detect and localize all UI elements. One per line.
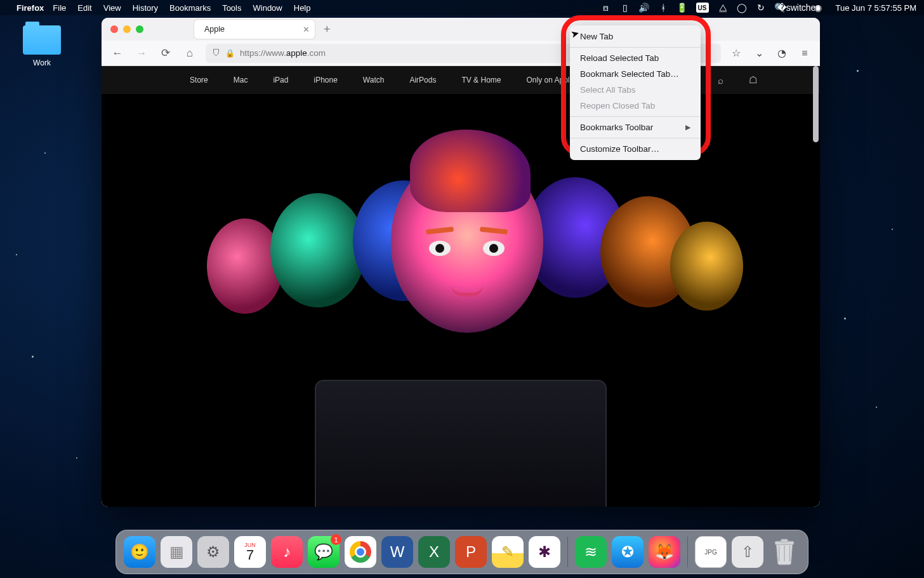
dock-app-notes[interactable]: ✎ [492, 536, 524, 568]
dock-app-finder[interactable]: 🙂 [124, 536, 155, 568]
cm-bookmarks-toolbar[interactable]: Bookmarks Toolbar▶ [570, 119, 701, 135]
page-scrollbar[interactable] [813, 66, 819, 142]
dock-app-firefox[interactable]: 🦊 [649, 536, 680, 568]
pocket-icon[interactable]: ⌄ [751, 47, 767, 59]
folder-icon [23, 25, 61, 55]
dock-app-utility[interactable]: ⇧ [732, 536, 763, 568]
cm-bookmark-tab[interactable]: Bookmark Selected Tab… [570, 66, 701, 82]
dock-app-chrome[interactable] [345, 536, 376, 568]
dock-separator [567, 537, 568, 567]
dock-app-messages[interactable]: 💬1 [308, 536, 340, 568]
url-host: apple [286, 48, 307, 58]
apple-global-nav: Store Mac iPad iPhone Watch AirPods TV &… [102, 66, 820, 94]
tabstrip-context-menu: New Tab Reload Selected Tab Bookmark Sel… [570, 25, 701, 160]
menu-history[interactable]: History [133, 3, 158, 13]
dock-app-excel[interactable]: X [418, 536, 450, 568]
device-tray-icon[interactable]: ▯ [620, 3, 630, 13]
menu-tools[interactable]: Tools [222, 3, 241, 13]
nav-search-icon[interactable]: ⌕ [718, 75, 723, 86]
cm-separator [570, 116, 701, 117]
cm-reopen-closed-tab: Reopen Closed Tab [570, 98, 701, 114]
bookmark-star-icon[interactable]: ☆ [729, 47, 744, 59]
cm-separator [570, 138, 701, 138]
desktop-folder-work[interactable]: Work [18, 25, 66, 67]
nav-airpods[interactable]: AirPods [409, 76, 436, 84]
dock-app-calendar[interactable]: JUN7 [234, 536, 266, 568]
app-menu-button[interactable]: ≡ [797, 48, 812, 59]
volume-tray-icon[interactable]: 🔊 [639, 3, 649, 13]
nav-bag-icon[interactable]: ☖ [749, 74, 757, 86]
messages-badge: 1 [331, 534, 341, 545]
browser-tab-apple[interactable]: Apple ✕ [194, 20, 315, 39]
cm-select-all-tabs: Select All Tabs [570, 82, 701, 98]
dock-app-music[interactable]: ♪ [271, 536, 303, 568]
nav-store[interactable]: Store [190, 76, 208, 84]
dock-app-settings[interactable]: ⚙ [197, 536, 229, 568]
home-button[interactable]: ⌂ [182, 47, 198, 60]
menu-file[interactable]: File [53, 3, 66, 13]
new-tab-button[interactable]: + [324, 23, 331, 36]
menu-window[interactable]: Window [253, 3, 282, 13]
battery-tray-icon[interactable]: 🔋 [677, 3, 687, 13]
browser-toolbar: ← → ⟳ ⌂ ⛉ 🔒 https://www.apple.com ☆ ⌄ ◔ … [102, 41, 820, 66]
page-content: Store Mac iPad iPhone Watch AirPods TV &… [102, 66, 820, 507]
nav-tv-home[interactable]: TV & Home [461, 76, 501, 84]
dock-recent-document[interactable]: JPG [695, 536, 727, 568]
tracking-shield-icon[interactable]: ⛉ [212, 48, 220, 58]
window-traffic-lights [110, 25, 143, 33]
window-minimize-button[interactable] [123, 25, 131, 33]
url-scheme: https://www. [240, 48, 286, 58]
firefox-window: Apple ✕ + ← → ⟳ ⌂ ⛉ 🔒 https://www.apple.… [102, 18, 820, 507]
forward-button[interactable]: → [133, 47, 150, 60]
dock-app-slack[interactable]: ✱ [529, 536, 560, 568]
account-icon[interactable]: ◔ [774, 47, 789, 59]
cm-reload-tab[interactable]: Reload Selected Tab [570, 50, 701, 66]
reload-button[interactable]: ⟳ [157, 46, 174, 60]
cm-new-tab[interactable]: New Tab [570, 29, 701, 44]
nav-watch[interactable]: Watch [363, 76, 385, 84]
menu-bar-tray: ⧈ ▯ 🔊 ᚼ 🔋 US ⧋ ◯ ↻ 🔍 �switches ◉ Tue Jun… [601, 3, 916, 13]
input-source-tray-icon[interactable]: US [696, 3, 709, 13]
trash-icon [771, 539, 798, 565]
url-tld: .com [307, 48, 326, 58]
nav-only-on-apple[interactable]: Only on Apple [526, 76, 574, 84]
macos-dock: 🙂 ▦ ⚙ JUN7 ♪ 💬1 W X P ✎ ✱ ≋ ✪ 🦊 JPG ⇧ [116, 530, 808, 574]
dock-app-powerpoint[interactable]: P [455, 536, 487, 568]
hero-memoji-image [201, 142, 721, 384]
nav-ipad[interactable]: iPad [273, 76, 288, 84]
window-close-button[interactable] [110, 25, 118, 33]
active-app-name[interactable]: Firefox [16, 3, 44, 13]
tab-title: Apple [204, 25, 225, 34]
cm-customize-toolbar[interactable]: Customize Toolbar… [570, 141, 701, 157]
desktop-folder-label: Work [18, 58, 66, 67]
user-tray-icon[interactable]: ◯ [737, 3, 747, 13]
dock-app-safari[interactable]: ✪ [612, 536, 644, 568]
dock-app-word[interactable]: W [381, 536, 413, 568]
menu-bookmarks[interactable]: Bookmarks [169, 3, 211, 13]
svg-rect-1 [781, 539, 788, 542]
menu-help[interactable]: Help [294, 3, 311, 13]
lock-icon[interactable]: 🔒 [225, 49, 235, 58]
menu-view[interactable]: View [103, 3, 121, 13]
dock-separator [687, 537, 688, 567]
wifi-tray-icon[interactable]: ⧋ [718, 3, 728, 13]
hero-laptop-image [315, 380, 607, 507]
back-button[interactable]: ← [109, 47, 126, 60]
menu-bar-clock[interactable]: Tue Jun 7 5:57:55 PM [836, 3, 916, 13]
menu-edit[interactable]: Edit [77, 3, 91, 13]
window-fullscreen-button[interactable] [136, 25, 143, 33]
tab-strip[interactable]: Apple ✕ + [102, 18, 820, 41]
dock-app-launchpad[interactable]: ▦ [161, 536, 192, 568]
control-center-tray-icon[interactable]: �switches [794, 3, 804, 13]
nav-iphone[interactable]: iPhone [314, 76, 337, 84]
nav-mac[interactable]: Mac [234, 76, 248, 84]
bluetooth-tray-icon[interactable]: ᚼ [658, 3, 668, 13]
siri-tray-icon[interactable]: ◉ [813, 3, 823, 13]
macos-menu-bar: Firefox File Edit View History Bookmarks… [0, 0, 924, 15]
tab-close-icon[interactable]: ✕ [303, 25, 310, 34]
timemachine-tray-icon[interactable]: ↻ [756, 3, 766, 13]
submenu-chevron-icon: ▶ [685, 123, 690, 131]
dropbox-tray-icon[interactable]: ⧈ [601, 3, 611, 13]
dock-trash[interactable] [769, 536, 800, 568]
dock-app-spotify[interactable]: ≋ [575, 536, 607, 568]
